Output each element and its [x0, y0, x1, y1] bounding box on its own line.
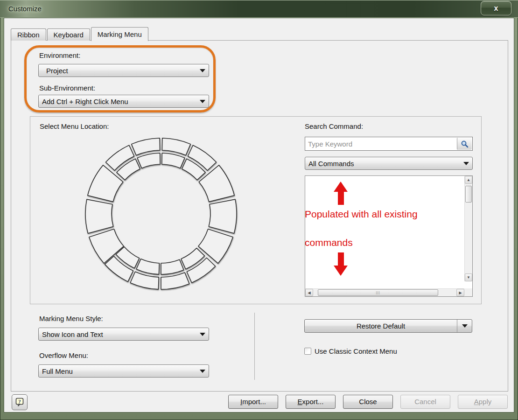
- use-classic-context-menu-row[interactable]: Use Classic Context Menu: [304, 347, 397, 355]
- search-icon: [461, 140, 469, 148]
- select-menu-location-label: Select Menu Location:: [40, 122, 109, 130]
- chevron-down-icon: [196, 369, 209, 374]
- command-list[interactable]: ▲ ▼ ◀ ||| ▶: [305, 175, 473, 297]
- wheel-segment[interactable]: [162, 138, 190, 155]
- wheel-segment[interactable]: [85, 199, 113, 233]
- export-button[interactable]: Export...: [286, 395, 336, 409]
- restore-default-button[interactable]: Restore Default: [304, 319, 472, 333]
- scroll-left-icon[interactable]: ◀: [305, 289, 313, 296]
- section-divider: [254, 313, 255, 380]
- overflow-menu-value: Full Menu: [39, 367, 196, 375]
- import-button[interactable]: Import...: [228, 395, 278, 409]
- overflow-menu-select[interactable]: Full Menu: [38, 364, 209, 378]
- wheel-segment[interactable]: [161, 273, 189, 289]
- chevron-down-icon: [462, 324, 468, 328]
- marking-menu-style-select[interactable]: Show Icon and Text: [38, 328, 209, 341]
- dialog-body: Ribbon Keyboard Marking Menu Environment…: [4, 18, 514, 413]
- horizontal-scroll-thumb[interactable]: |||: [318, 289, 438, 296]
- marking-menu-tab-page: Environment: Project Sub-Environment: Ad…: [11, 40, 508, 392]
- wheel-segment[interactable]: [89, 229, 124, 264]
- close-button[interactable]: x: [481, 1, 511, 15]
- search-command-box: [305, 137, 473, 151]
- wheel-segment[interactable]: [161, 259, 184, 274]
- chevron-down-icon: [196, 68, 209, 73]
- title-bar: Customize x: [0, 0, 518, 18]
- chevron-down-icon: [196, 99, 209, 104]
- sub-environment-value: Add Ctrl + Right Click Menu: [39, 98, 196, 105]
- wheel-segment[interactable]: [209, 199, 237, 233]
- scroll-up-icon[interactable]: ▲: [465, 176, 472, 184]
- tab-strip: Ribbon Keyboard Marking Menu: [11, 27, 149, 41]
- use-classic-context-menu-checkbox[interactable]: [304, 348, 311, 355]
- menu-location-group: Select Menu Location: Search Command:: [30, 116, 482, 304]
- apply-button[interactable]: Apply: [458, 395, 508, 409]
- marking-menu-wheel[interactable]: [82, 134, 240, 293]
- restore-default-dropdown[interactable]: [457, 320, 472, 332]
- environment-select[interactable]: Project: [38, 64, 209, 77]
- wheel-segment[interactable]: [136, 259, 159, 274]
- wheel-segment[interactable]: [198, 229, 233, 264]
- scrollbar-corner: [464, 288, 472, 296]
- cancel-button[interactable]: Cancel: [400, 395, 450, 409]
- tab-marking-menu[interactable]: Marking Menu: [91, 27, 148, 41]
- marking-menu-style-label: Marking Menu Style:: [39, 315, 103, 322]
- search-input[interactable]: [305, 137, 456, 150]
- help-icon: ?: [14, 397, 25, 407]
- command-filter-value: All Commands: [305, 160, 460, 168]
- environment-label: Environment:: [39, 51, 80, 59]
- marking-menu-style-value: Show Icon and Text: [39, 330, 196, 338]
- vertical-scrollbar[interactable]: ▲ ▼: [464, 176, 472, 281]
- vertical-scroll-thumb[interactable]: [465, 186, 472, 203]
- tab-keyboard[interactable]: Keyboard: [47, 28, 90, 41]
- horizontal-scrollbar[interactable]: ◀ ||| ▶: [305, 288, 464, 296]
- environment-value: Project: [39, 67, 196, 75]
- help-button[interactable]: ?: [12, 394, 28, 410]
- chevron-down-icon: [196, 332, 209, 337]
- use-classic-context-menu-label: Use Classic Context Menu: [315, 347, 397, 355]
- search-command-label: Search Command:: [305, 122, 363, 130]
- tab-ribbon[interactable]: Ribbon: [11, 28, 46, 41]
- close-dialog-button[interactable]: Close: [343, 395, 393, 409]
- wheel-segment[interactable]: [132, 138, 160, 155]
- restore-default-label: Restore Default: [305, 322, 457, 330]
- overflow-menu-label: Overflow Menu:: [39, 351, 88, 359]
- wheel-segment[interactable]: [137, 153, 160, 168]
- svg-text:?: ?: [18, 399, 21, 404]
- wheel-segment[interactable]: [162, 153, 185, 168]
- sub-environment-label: Sub-Environment:: [39, 84, 95, 92]
- scroll-right-icon[interactable]: ▶: [456, 289, 464, 296]
- command-filter-select[interactable]: All Commands: [305, 157, 473, 170]
- sub-environment-select[interactable]: Add Ctrl + Right Click Menu: [38, 95, 209, 108]
- search-button[interactable]: [457, 138, 472, 150]
- scroll-down-icon[interactable]: ▼: [465, 273, 472, 281]
- close-icon: x: [494, 4, 498, 12]
- chevron-down-icon: [460, 161, 472, 166]
- window-title: Customize: [8, 0, 42, 18]
